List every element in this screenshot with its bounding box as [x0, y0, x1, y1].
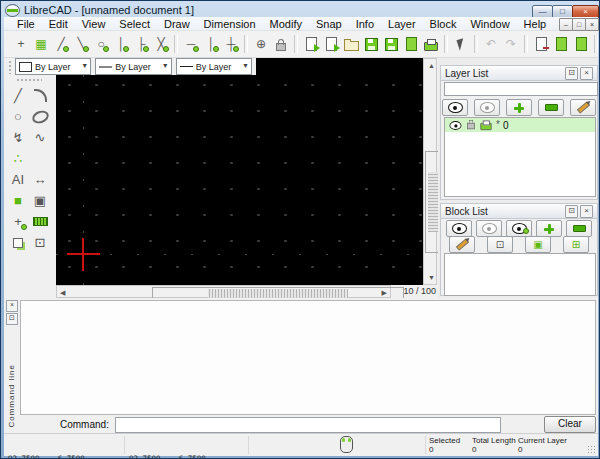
defreeze-all-layers-button[interactable] — [442, 99, 468, 116]
palette-handle[interactable] — [16, 78, 42, 82]
vertical-scrollbar[interactable]: ▲ ▼ — [423, 58, 437, 285]
print-button[interactable] — [421, 34, 441, 54]
modify-layer-button[interactable] — [570, 99, 596, 116]
menu-info[interactable]: Info — [349, 18, 381, 30]
copy-button[interactable] — [551, 34, 571, 54]
menu-select[interactable]: Select — [112, 18, 157, 30]
add-block-button[interactable] — [536, 220, 562, 237]
add-layer-button[interactable] — [506, 99, 532, 116]
select-pointer-button[interactable] — [451, 34, 471, 54]
chevron-down-icon[interactable]: ▼ — [242, 62, 249, 69]
draw-text-button[interactable]: AI — [7, 169, 29, 190]
snap-center-button[interactable]: ○ — [91, 34, 111, 54]
snap-grid-button[interactable]: ▦ — [31, 34, 51, 54]
snap-free-button[interactable]: + — [11, 34, 31, 54]
pen-width-combo[interactable]: By Layer▼ — [95, 58, 171, 75]
draw-ellipse-button[interactable] — [29, 106, 51, 127]
window-resize-grip[interactable] — [587, 445, 596, 454]
block-listbox[interactable] — [444, 253, 596, 296]
insert-block-button[interactable]: ⊞ — [563, 236, 589, 253]
menu-help[interactable]: Help — [517, 18, 554, 30]
snap-endpoint-button[interactable]: ╱ — [51, 34, 71, 54]
close-drawing-button[interactable] — [531, 34, 551, 54]
new-from-template-button[interactable] — [321, 34, 341, 54]
block-list-titlebar[interactable]: Block List ⊡ × — [441, 204, 597, 219]
snap-distance-button[interactable]: ├ — [131, 34, 151, 54]
remove-block-button[interactable] — [566, 220, 592, 237]
restrict-nothing-button[interactable]: ┼ — [221, 34, 241, 54]
layer-lock-icon[interactable] — [467, 123, 475, 129]
scroll-down-icon[interactable]: ▼ — [428, 274, 435, 281]
save-drawing-button[interactable] — [361, 34, 381, 54]
restrict-horizontal-button[interactable]: ─ — [181, 34, 201, 54]
draw-hatch-button[interactable]: ■ — [7, 190, 29, 211]
freeze-all-blocks-button[interactable] — [476, 220, 502, 237]
menu-layer[interactable]: Layer — [381, 18, 423, 30]
command-dock-float-button[interactable]: ⊡ — [6, 313, 18, 325]
command-history[interactable] — [20, 300, 596, 415]
scroll-right-icon[interactable]: ▶ — [382, 289, 387, 296]
menu-file[interactable]: File — [10, 18, 42, 30]
snap-on-entity-button[interactable]: ╲ — [71, 34, 91, 54]
layer-list-float-button[interactable]: ⊡ — [565, 67, 578, 80]
menu-view[interactable]: View — [75, 18, 113, 30]
mdi-restore-button[interactable]: □ — [572, 18, 586, 31]
layer-print-icon[interactable] — [480, 122, 491, 129]
draw-dimension-button[interactable]: ↔ — [29, 169, 51, 190]
pen-linetype-combo[interactable]: By Layer▼ — [176, 58, 252, 75]
drawing-canvas-top[interactable] — [256, 58, 423, 75]
toggle-block-visibility-button[interactable] — [506, 220, 532, 237]
draw-polyline-button[interactable]: ↯ — [7, 127, 29, 148]
new-drawing-button[interactable] — [301, 34, 321, 54]
undo-button[interactable]: ↶ — [481, 34, 501, 54]
block-create-button[interactable] — [7, 232, 29, 253]
measure-button[interactable] — [29, 211, 51, 232]
block-list-close-button[interactable]: × — [580, 205, 593, 218]
save-as-button[interactable] — [381, 34, 401, 54]
menu-draw[interactable]: Draw — [157, 18, 197, 30]
chevron-down-icon[interactable]: ▼ — [162, 62, 169, 69]
command-dock-close-button[interactable]: × — [6, 300, 18, 312]
pen-color-combo[interactable]: By Layer▼ — [15, 58, 91, 75]
clear-button[interactable]: Clear — [544, 416, 596, 433]
paste-button[interactable] — [571, 34, 591, 54]
edit-block-button[interactable]: ▣ — [525, 236, 551, 253]
defreeze-all-blocks-button[interactable] — [446, 220, 472, 237]
menu-dimension[interactable]: Dimension — [197, 18, 263, 30]
layer-visible-icon[interactable] — [450, 121, 462, 130]
redo-button[interactable]: ↷ — [501, 34, 521, 54]
menu-snap[interactable]: Snap — [309, 18, 349, 30]
title-bar[interactable]: LibreCAD - [unnamed document 1] — [5, 3, 597, 17]
command-input[interactable] — [115, 417, 501, 433]
mdi-close-button[interactable]: × — [585, 18, 599, 31]
layer-row[interactable]: * 0 — [445, 118, 595, 132]
horizontal-scrollbar[interactable]: ◀ ▶ — [56, 285, 391, 298]
modify-button[interactable]: + — [7, 211, 29, 232]
draw-point-button[interactable]: ∴ — [7, 148, 29, 169]
remove-layer-button[interactable] — [538, 99, 564, 116]
draw-spline-button[interactable]: ∿ — [29, 127, 51, 148]
layer-list-close-button[interactable]: × — [580, 67, 593, 80]
insert-image-button[interactable]: ▣ — [29, 190, 51, 211]
menu-block[interactable]: Block — [423, 18, 464, 30]
draw-circle-button[interactable]: ○ — [7, 106, 29, 127]
pen-toolbar-handle[interactable] — [8, 60, 12, 74]
open-drawing-button[interactable] — [341, 34, 361, 54]
restrict-vertical-button[interactable]: │ — [201, 34, 221, 54]
rename-block-button[interactable] — [449, 236, 475, 253]
chevron-down-icon[interactable]: ▼ — [81, 62, 88, 69]
block-list-float-button[interactable]: ⊡ — [565, 205, 578, 218]
scroll-left-icon[interactable]: ◀ — [60, 289, 65, 296]
menu-modify[interactable]: Modify — [263, 18, 309, 30]
layer-filter-input[interactable] — [444, 82, 598, 96]
snap-middle-button[interactable]: │ — [111, 34, 131, 54]
freeze-all-layers-button[interactable] — [474, 99, 500, 116]
import-button[interactable] — [401, 34, 421, 54]
mdi-minimize-button[interactable]: – — [559, 18, 573, 31]
create-block-button[interactable]: ⊡ — [487, 236, 513, 253]
draw-line-button[interactable]: ╱ — [7, 85, 29, 106]
lock-relative-zero-button[interactable] — [271, 34, 291, 54]
layer-list-titlebar[interactable]: Layer List ⊡ × — [441, 66, 597, 81]
scroll-up-icon[interactable]: ▲ — [428, 62, 435, 69]
layer-listbox[interactable]: * 0 — [444, 117, 596, 197]
